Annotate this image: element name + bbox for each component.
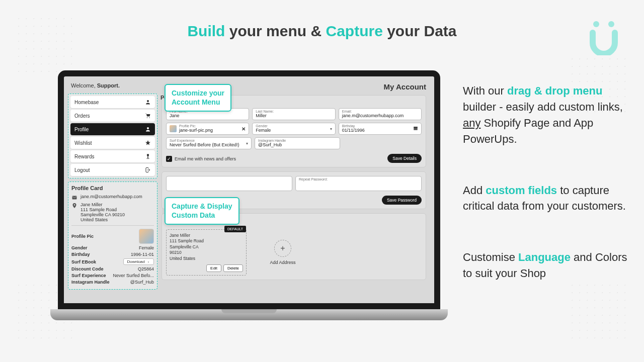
svg-point-7 — [74, 204, 75, 206]
headline: Build your menu & Capture your Data — [0, 0, 644, 50]
svg-rect-9 — [414, 127, 418, 128]
password-field[interactable] — [166, 176, 292, 191]
menu-wishlist[interactable]: Wishlist — [70, 137, 155, 149]
marketing-copy: With our drag & drop menu builder - easi… — [463, 83, 629, 317]
profile-card: Profile Card jane.m@customerhubapp.com J… — [68, 182, 157, 290]
menu-rewards[interactable]: Rewards — [70, 150, 155, 162]
menu-profile[interactable]: Profile — [70, 123, 155, 135]
svg-point-1 — [608, 21, 614, 27]
svg-point-4 — [149, 117, 150, 118]
plus-icon: + — [274, 240, 291, 257]
last-name-field[interactable]: Last Name:Miller — [252, 108, 335, 120]
calendar-icon — [413, 126, 418, 132]
callout-custom-data: Capture & Display Custom Data — [165, 197, 239, 225]
save-password-button[interactable]: Save Password — [382, 196, 422, 205]
trophy-icon — [145, 153, 151, 159]
callout-menu: Customize your Account Menu — [165, 84, 231, 112]
menu-logout[interactable]: Logout — [70, 164, 155, 176]
menu-homebase[interactable]: Homebase — [70, 96, 155, 108]
birthday-field[interactable]: Birthday01/11/1996 — [339, 123, 422, 135]
address-card: DEFAULT Jane Miller111 Sample RoadSample… — [166, 229, 247, 276]
repeat-password-field[interactable]: Repeat Password: — [295, 176, 422, 191]
delete-address-button[interactable]: Delete — [223, 264, 243, 272]
user-icon — [145, 99, 151, 105]
newsletter-checkbox[interactable]: ✓ — [166, 156, 172, 162]
svg-point-5 — [147, 127, 149, 129]
svg-rect-6 — [72, 196, 77, 200]
svg-point-2 — [147, 100, 149, 102]
account-menu: Homebase Orders Profile Wishlist Rewards… — [68, 94, 157, 178]
gender-select[interactable]: GenderFemale — [252, 123, 335, 135]
save-details-button[interactable]: Save Details — [387, 154, 422, 163]
logout-icon — [145, 167, 151, 173]
profile-thumb — [139, 229, 154, 244]
menu-orders[interactable]: Orders — [70, 110, 155, 122]
star-icon — [145, 140, 151, 146]
page-title: My Account — [384, 82, 426, 91]
profile-card-title: Profile Card — [71, 185, 154, 191]
brand-logo — [589, 20, 619, 55]
svg-point-3 — [147, 117, 148, 118]
email-field[interactable]: Email:jane.m@customerhubapp.com — [339, 108, 422, 120]
surf-experience-select[interactable]: Surf ExperienceNever Surfed Before (But … — [166, 137, 252, 149]
cart-icon — [145, 113, 151, 119]
edit-address-button[interactable]: Edit — [206, 264, 221, 272]
default-badge: DEFAULT — [224, 226, 246, 232]
clear-icon[interactable]: ✕ — [242, 126, 246, 132]
mail-icon — [71, 195, 77, 201]
download-button[interactable]: Download — [123, 258, 154, 265]
add-address-button[interactable]: + Add Address — [253, 229, 313, 276]
instagram-field[interactable]: Instagram Handle@Surf_Hub — [255, 137, 340, 149]
pic-thumb-icon — [170, 125, 177, 132]
profile-icon — [145, 126, 151, 132]
profile-pic-field[interactable]: Profile Pic:jane-surf-pic.png✕ — [166, 123, 249, 135]
svg-point-0 — [593, 21, 599, 27]
pin-icon — [71, 203, 77, 209]
welcome-text: Welcome, Support. — [68, 80, 157, 90]
